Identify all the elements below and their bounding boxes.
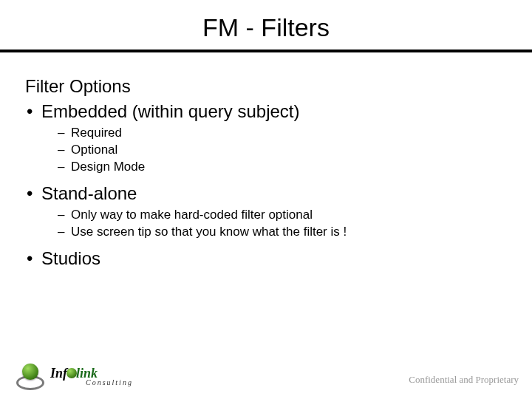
slide-title: FM - Filters [0,0,532,42]
slide: FM - Filters Filter Options Embedded (wi… [0,0,532,399]
sub-item: Required [58,125,507,142]
sub-list: Only way to make hard-coded filter optio… [41,207,507,241]
logo-mark-icon [15,361,46,392]
bullet-embedded: Embedded (within query subject) Required… [25,101,507,176]
logo: Inflink Consulting [15,361,133,392]
bullet-label: Stand-alone [41,183,137,203]
sub-list: Required Optional Design Mode [41,125,507,176]
footer: Inflink Consulting Confidential and Prop… [0,355,532,399]
bullet-label: Embedded (within query subject) [41,101,300,121]
bullet-list: Embedded (within query subject) Required… [25,101,507,269]
sub-item: Optional [58,142,507,159]
bullet-standalone: Stand-alone Only way to make hard-coded … [25,183,507,241]
slide-content: Filter Options Embedded (within query su… [0,52,532,269]
sub-item: Only way to make hard-coded filter optio… [58,207,507,224]
sub-item: Design Mode [58,159,507,176]
confidential-text: Confidential and Proprietary [409,374,519,386]
logo-text: Inflink Consulting [50,366,133,386]
logo-name: Inflink [50,366,133,380]
globe-icon [66,368,77,378]
bullet-studios: Studios [25,248,507,269]
bullet-label: Studios [41,248,100,268]
section-heading: Filter Options [25,76,507,97]
logo-part1: Inf [50,366,67,381]
sub-item: Use screen tip so that you know what the… [58,224,507,241]
